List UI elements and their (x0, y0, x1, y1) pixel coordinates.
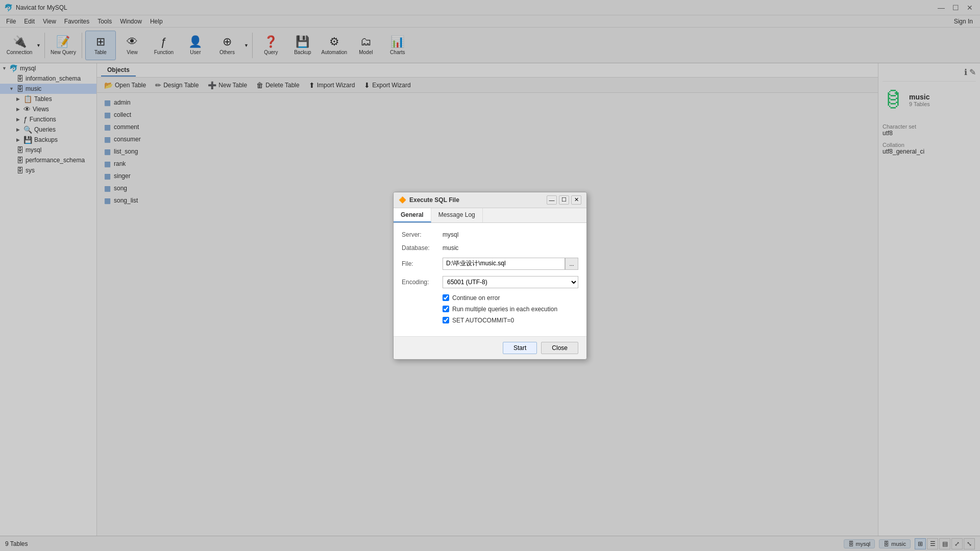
continue-on-error-row: Continue on error (443, 294, 578, 302)
close-modal-button[interactable]: Close (541, 342, 578, 354)
encoding-row: Encoding: 65001 (UTF-8) UTF-16 GBK GB231… (402, 276, 578, 288)
encoding-select[interactable]: 65001 (UTF-8) UTF-16 GBK GB2312 (443, 276, 578, 288)
database-label: Database: (402, 244, 443, 252)
file-input[interactable] (443, 258, 565, 270)
modal-titlebar: 🔶 Execute SQL File — ☐ ✕ (394, 192, 586, 208)
modal-maximize[interactable]: ☐ (559, 195, 569, 205)
modal-body: Server: mysql Database: music File: ... … (394, 223, 586, 336)
execute-sql-modal: 🔶 Execute SQL File — ☐ ✕ General Message… (393, 192, 587, 360)
database-value: music (443, 244, 578, 252)
multiple-queries-row: Run multiple queries in each execution (443, 306, 578, 313)
modal-title-text: Execute SQL File (409, 196, 459, 204)
autocommit-checkbox[interactable] (443, 317, 449, 323)
modal-tab-message-log[interactable]: Message Log (431, 208, 483, 222)
continue-on-error-checkbox[interactable] (443, 294, 449, 301)
modal-minimize[interactable]: — (547, 195, 557, 205)
start-button[interactable]: Start (503, 342, 537, 354)
file-row: File: ... (402, 258, 578, 270)
server-value: mysql (443, 231, 578, 238)
file-label: File: (402, 260, 443, 267)
multiple-queries-checkbox[interactable] (443, 306, 449, 312)
autocommit-label: SET AUTOCOMMIT=0 (452, 317, 514, 324)
autocommit-row: SET AUTOCOMMIT=0 (443, 317, 578, 324)
modal-footer: Start Close (394, 336, 586, 359)
database-row: Database: music (402, 244, 578, 252)
continue-on-error-label: Continue on error (452, 294, 500, 302)
browse-button[interactable]: ... (565, 258, 578, 270)
file-input-group: ... (443, 258, 578, 270)
modal-title: 🔶 Execute SQL File (399, 196, 459, 204)
server-row: Server: mysql (402, 231, 578, 238)
server-label: Server: (402, 231, 443, 238)
modal-tab-general[interactable]: General (394, 208, 431, 222)
modal-tabs: General Message Log (394, 208, 586, 223)
modal-overlay: 🔶 Execute SQL File — ☐ ✕ General Message… (0, 0, 980, 551)
modal-close[interactable]: ✕ (571, 195, 581, 205)
modal-controls: — ☐ ✕ (547, 195, 581, 205)
modal-title-icon: 🔶 (399, 196, 406, 204)
encoding-label: Encoding: (402, 279, 443, 286)
multiple-queries-label: Run multiple queries in each execution (452, 306, 557, 313)
